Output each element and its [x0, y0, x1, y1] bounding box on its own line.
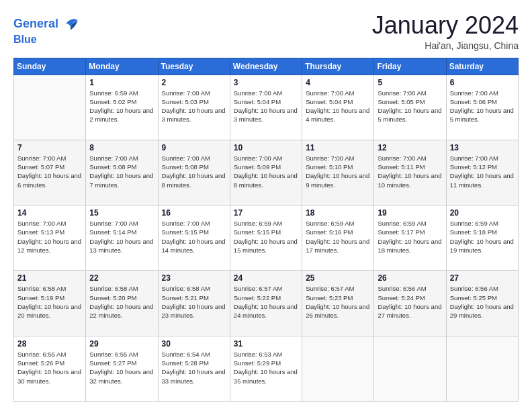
- day-info: Sunrise: 7:00 AM Sunset: 5:07 PM Dayligh…: [17, 154, 82, 189]
- day-number: 19: [378, 208, 442, 218]
- table-row: 5Sunrise: 7:00 AM Sunset: 5:05 PM Daylig…: [374, 75, 446, 140]
- table-row: 8Sunrise: 7:00 AM Sunset: 5:08 PM Daylig…: [86, 140, 158, 205]
- day-info: Sunrise: 7:00 AM Sunset: 5:05 PM Dayligh…: [378, 89, 442, 124]
- logo-text: General: [13, 17, 58, 31]
- table-row: 6Sunrise: 7:00 AM Sunset: 5:06 PM Daylig…: [446, 75, 518, 140]
- day-number: 3: [234, 78, 298, 87]
- day-number: 21: [17, 273, 82, 283]
- table-row: 14Sunrise: 7:00 AM Sunset: 5:13 PM Dayli…: [14, 205, 86, 271]
- table-row: 13Sunrise: 7:00 AM Sunset: 5:12 PM Dayli…: [446, 140, 518, 205]
- logo-text2: Blue: [13, 34, 80, 46]
- day-info: Sunrise: 7:00 AM Sunset: 5:10 PM Dayligh…: [306, 154, 370, 189]
- table-row: 20Sunrise: 6:59 AM Sunset: 5:18 PM Dayli…: [446, 205, 518, 271]
- day-info: Sunrise: 6:57 AM Sunset: 5:23 PM Dayligh…: [306, 284, 370, 320]
- day-number: 14: [17, 208, 82, 218]
- table-row: 4Sunrise: 7:00 AM Sunset: 5:04 PM Daylig…: [302, 75, 374, 140]
- day-number: 31: [234, 339, 298, 349]
- header-thursday: Thursday: [302, 58, 374, 75]
- day-info: Sunrise: 6:58 AM Sunset: 5:20 PM Dayligh…: [89, 284, 154, 320]
- day-info: Sunrise: 6:59 AM Sunset: 5:18 PM Dayligh…: [450, 219, 515, 255]
- logo: General Blue: [13, 15, 80, 46]
- table-row: [374, 336, 446, 401]
- table-row: 27Sunrise: 6:56 AM Sunset: 5:25 PM Dayli…: [446, 271, 518, 336]
- day-number: 15: [89, 208, 154, 218]
- table-row: [14, 75, 86, 140]
- day-number: 7: [17, 143, 82, 152]
- day-number: 16: [162, 208, 226, 218]
- calendar-week-row: 1Sunrise: 6:59 AM Sunset: 5:02 PM Daylig…: [14, 75, 519, 140]
- day-number: 23: [162, 273, 226, 283]
- day-info: Sunrise: 6:58 AM Sunset: 5:19 PM Dayligh…: [17, 284, 82, 320]
- table-row: 3Sunrise: 7:00 AM Sunset: 5:04 PM Daylig…: [230, 75, 302, 140]
- day-info: Sunrise: 7:00 AM Sunset: 5:09 PM Dayligh…: [234, 154, 298, 189]
- day-info: Sunrise: 6:56 AM Sunset: 5:25 PM Dayligh…: [450, 284, 515, 320]
- day-info: Sunrise: 6:56 AM Sunset: 5:24 PM Dayligh…: [378, 284, 442, 320]
- day-number: 17: [234, 208, 298, 218]
- month-title: January 2024: [372, 12, 519, 39]
- table-row: 22Sunrise: 6:58 AM Sunset: 5:20 PM Dayli…: [86, 271, 158, 336]
- table-row: 18Sunrise: 6:59 AM Sunset: 5:16 PM Dayli…: [302, 205, 374, 271]
- table-row: 24Sunrise: 6:57 AM Sunset: 5:22 PM Dayli…: [230, 271, 302, 336]
- day-info: Sunrise: 6:59 AM Sunset: 5:17 PM Dayligh…: [378, 219, 442, 255]
- table-row: 30Sunrise: 6:54 AM Sunset: 5:28 PM Dayli…: [158, 336, 230, 401]
- day-info: Sunrise: 6:55 AM Sunset: 5:26 PM Dayligh…: [17, 350, 82, 385]
- table-row: 7Sunrise: 7:00 AM Sunset: 5:07 PM Daylig…: [14, 140, 86, 205]
- table-row: 15Sunrise: 7:00 AM Sunset: 5:14 PM Dayli…: [86, 205, 158, 271]
- table-row: 11Sunrise: 7:00 AM Sunset: 5:10 PM Dayli…: [302, 140, 374, 205]
- day-info: Sunrise: 7:00 AM Sunset: 5:03 PM Dayligh…: [162, 89, 226, 124]
- table-row: 29Sunrise: 6:55 AM Sunset: 5:27 PM Dayli…: [86, 336, 158, 401]
- header-monday: Monday: [86, 58, 158, 75]
- table-row: 25Sunrise: 6:57 AM Sunset: 5:23 PM Dayli…: [302, 271, 374, 336]
- table-row: 12Sunrise: 7:00 AM Sunset: 5:11 PM Dayli…: [374, 140, 446, 205]
- day-info: Sunrise: 7:00 AM Sunset: 5:06 PM Dayligh…: [450, 89, 515, 124]
- day-number: 30: [162, 339, 226, 349]
- table-row: 10Sunrise: 7:00 AM Sunset: 5:09 PM Dayli…: [230, 140, 302, 205]
- day-info: Sunrise: 7:00 AM Sunset: 5:08 PM Dayligh…: [162, 154, 226, 189]
- table-row: 1Sunrise: 6:59 AM Sunset: 5:02 PM Daylig…: [86, 75, 158, 140]
- calendar-week-row: 28Sunrise: 6:55 AM Sunset: 5:26 PM Dayli…: [14, 336, 519, 401]
- day-number: 6: [450, 78, 515, 87]
- logo-bird-icon: [61, 15, 80, 34]
- day-number: 22: [89, 273, 154, 283]
- page: General Blue January 2024 Hai'an, Jiangs…: [0, 0, 532, 411]
- calendar-header-row: Sunday Monday Tuesday Wednesday Thursday…: [14, 58, 519, 75]
- calendar-week-row: 14Sunrise: 7:00 AM Sunset: 5:13 PM Dayli…: [14, 205, 519, 271]
- day-number: 11: [306, 143, 370, 152]
- day-number: 24: [234, 273, 298, 283]
- table-row: 31Sunrise: 6:53 AM Sunset: 5:29 PM Dayli…: [230, 336, 302, 401]
- header-friday: Friday: [374, 58, 446, 75]
- day-info: Sunrise: 6:57 AM Sunset: 5:22 PM Dayligh…: [234, 284, 298, 320]
- day-number: 12: [378, 143, 442, 152]
- header: General Blue January 2024 Hai'an, Jiangs…: [13, 12, 519, 51]
- day-number: 27: [450, 273, 515, 283]
- day-info: Sunrise: 7:00 AM Sunset: 5:04 PM Dayligh…: [234, 89, 298, 124]
- day-number: 4: [306, 78, 370, 87]
- table-row: 9Sunrise: 7:00 AM Sunset: 5:08 PM Daylig…: [158, 140, 230, 205]
- day-info: Sunrise: 6:53 AM Sunset: 5:29 PM Dayligh…: [234, 350, 298, 385]
- day-number: 28: [17, 339, 82, 349]
- table-row: 19Sunrise: 6:59 AM Sunset: 5:17 PM Dayli…: [374, 205, 446, 271]
- day-number: 25: [306, 273, 370, 283]
- day-info: Sunrise: 6:58 AM Sunset: 5:21 PM Dayligh…: [162, 284, 226, 320]
- day-info: Sunrise: 7:00 AM Sunset: 5:08 PM Dayligh…: [89, 154, 154, 189]
- header-wednesday: Wednesday: [230, 58, 302, 75]
- day-number: 18: [306, 208, 370, 218]
- day-number: 26: [378, 273, 442, 283]
- day-info: Sunrise: 7:00 AM Sunset: 5:13 PM Dayligh…: [17, 219, 82, 255]
- day-info: Sunrise: 7:00 AM Sunset: 5:11 PM Dayligh…: [378, 154, 442, 189]
- table-row: 17Sunrise: 6:59 AM Sunset: 5:15 PM Dayli…: [230, 205, 302, 271]
- header-tuesday: Tuesday: [158, 58, 230, 75]
- table-row: 2Sunrise: 7:00 AM Sunset: 5:03 PM Daylig…: [158, 75, 230, 140]
- day-info: Sunrise: 7:00 AM Sunset: 5:15 PM Dayligh…: [162, 219, 226, 255]
- calendar-week-row: 21Sunrise: 6:58 AM Sunset: 5:19 PM Dayli…: [14, 271, 519, 336]
- table-row: 28Sunrise: 6:55 AM Sunset: 5:26 PM Dayli…: [14, 336, 86, 401]
- day-number: 10: [234, 143, 298, 152]
- day-number: 1: [89, 78, 154, 87]
- day-number: 13: [450, 143, 515, 152]
- day-number: 2: [162, 78, 226, 87]
- day-info: Sunrise: 6:59 AM Sunset: 5:16 PM Dayligh…: [306, 219, 370, 255]
- table-row: 23Sunrise: 6:58 AM Sunset: 5:21 PM Dayli…: [158, 271, 230, 336]
- day-number: 29: [89, 339, 154, 349]
- day-number: 8: [89, 143, 154, 152]
- title-area: January 2024 Hai'an, Jiangsu, China: [372, 12, 519, 51]
